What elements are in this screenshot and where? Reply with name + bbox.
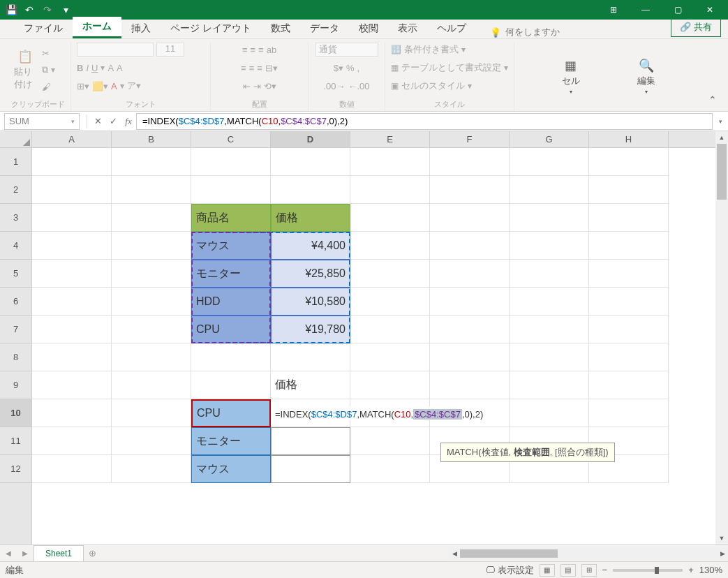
- ribbon-display-icon[interactable]: ⊞: [598, 0, 629, 20]
- zoom-level[interactable]: 130%: [699, 565, 722, 575]
- col-header-G[interactable]: G: [510, 131, 589, 147]
- col-header-H[interactable]: H: [589, 131, 669, 147]
- hscrollbar-thumb[interactable]: [460, 549, 558, 558]
- tell-me-search[interactable]: 💡何をしますか: [490, 26, 560, 38]
- vertical-scrollbar[interactable]: ▲ ▼: [715, 131, 728, 544]
- tab-home[interactable]: ホーム: [73, 17, 121, 38]
- format-as-table-button[interactable]: ▦ テーブルとして書式設定▾: [391, 60, 508, 75]
- page-layout-view-icon[interactable]: ▤: [560, 564, 576, 577]
- align-center-icon[interactable]: ≡: [249, 63, 255, 73]
- cell-C7[interactable]: CPU: [191, 316, 271, 343]
- scroll-left-icon[interactable]: ◀: [449, 548, 460, 559]
- tab-help[interactable]: ヘルプ: [427, 19, 476, 38]
- row-header-7[interactable]: 7: [0, 316, 31, 343]
- cell-C4[interactable]: マウス: [191, 232, 271, 260]
- font-shrink-button[interactable]: A: [117, 63, 123, 73]
- align-right-icon[interactable]: ≡: [257, 63, 262, 73]
- undo-icon[interactable]: ↶: [21, 1, 38, 18]
- col-header-B[interactable]: B: [112, 131, 191, 147]
- tab-pagelayout[interactable]: ページ レイアウト: [161, 19, 261, 38]
- row-header-10[interactable]: 10: [0, 399, 31, 427]
- currency-button[interactable]: $▾: [334, 63, 343, 73]
- add-sheet-button[interactable]: ⊕: [84, 548, 101, 558]
- close-icon[interactable]: ✕: [694, 0, 725, 20]
- row-header-9[interactable]: 9: [0, 371, 31, 399]
- horizontal-scrollbar[interactable]: ◀ ▶: [449, 548, 728, 559]
- redo-icon[interactable]: ↷: [39, 1, 56, 18]
- row-header-11[interactable]: 11: [0, 427, 31, 455]
- percent-button[interactable]: %: [346, 63, 355, 73]
- col-header-A[interactable]: A: [32, 131, 112, 147]
- cell-D10-editing[interactable]: =INDEX($C$4:$D$7,MATCH(C10,$C$4:$C$7,0),…: [271, 399, 350, 427]
- cell-C6[interactable]: HDD: [191, 288, 271, 316]
- cell-C5[interactable]: モニター: [191, 260, 271, 288]
- merge-button[interactable]: ⊟▾: [265, 63, 278, 73]
- page-break-view-icon[interactable]: ⊞: [581, 564, 597, 577]
- row-header-2[interactable]: 2: [0, 176, 31, 204]
- qat-customize-icon[interactable]: ▾: [57, 1, 74, 18]
- bold-button[interactable]: B: [77, 63, 83, 73]
- cut-button[interactable]: ✂: [42, 45, 55, 61]
- display-settings-button[interactable]: 🖵 表示設定: [486, 564, 534, 577]
- scroll-up-icon[interactable]: ▲: [715, 131, 728, 144]
- row-header-8[interactable]: 8: [0, 343, 31, 371]
- comma-button[interactable]: ,: [357, 63, 360, 73]
- name-box[interactable]: SUM: [4, 113, 80, 130]
- scrollbar-thumb[interactable]: [717, 144, 727, 200]
- indent-increase-icon[interactable]: ⇥: [253, 81, 261, 91]
- align-left-icon[interactable]: ≡: [241, 63, 246, 73]
- cell-C10[interactable]: CPU: [191, 399, 271, 427]
- font-grow-button[interactable]: A: [107, 63, 114, 73]
- cell-C3[interactable]: 商品名: [191, 204, 271, 232]
- decrease-decimal-button[interactable]: ←.00: [348, 81, 370, 91]
- font-size-dropdown[interactable]: 11: [156, 43, 184, 57]
- phonetic-button[interactable]: ア▾: [127, 80, 141, 92]
- row-header-3[interactable]: 3: [0, 204, 31, 232]
- zoom-out-button[interactable]: −: [602, 565, 608, 575]
- format-painter-button[interactable]: 🖌: [42, 79, 55, 94]
- cancel-formula-button[interactable]: ✕: [90, 114, 105, 129]
- scroll-down-icon[interactable]: ▼: [715, 532, 728, 544]
- wrap-text-button[interactable]: ab: [267, 45, 276, 55]
- col-header-C[interactable]: C: [191, 131, 271, 147]
- cells-area[interactable]: 商品名価格 マウス¥4,400 モニター¥25,850 HDD¥10,580 C…: [32, 148, 715, 483]
- normal-view-icon[interactable]: ▦: [540, 564, 555, 577]
- cell-D4[interactable]: ¥4,400: [271, 232, 350, 260]
- tab-file[interactable]: ファイル: [14, 19, 73, 38]
- col-header-E[interactable]: E: [350, 131, 430, 147]
- cell-styles-button[interactable]: ▣ セルのスタイル▾: [391, 78, 472, 94]
- cell-D9[interactable]: 価格: [271, 371, 350, 399]
- align-top-icon[interactable]: ≡: [242, 45, 248, 55]
- increase-decimal-button[interactable]: .00→: [323, 81, 345, 91]
- cell-D3[interactable]: 価格: [271, 204, 350, 232]
- tab-formulas[interactable]: 数式: [261, 19, 300, 38]
- save-icon[interactable]: 💾: [3, 1, 20, 18]
- number-format-dropdown[interactable]: 通貨: [315, 43, 378, 57]
- formula-input[interactable]: =INDEX($C$4:$D$7,MATCH(C10,$C$4:$C$7,0),…: [136, 113, 713, 130]
- cell-D6[interactable]: ¥10,580: [271, 288, 350, 316]
- border-button[interactable]: ⊞▾: [77, 81, 89, 91]
- minimize-icon[interactable]: —: [630, 0, 661, 20]
- sheet-nav-next[interactable]: ▶: [17, 545, 34, 562]
- sheet-nav-prev[interactable]: ◀: [0, 545, 17, 562]
- cell-D7[interactable]: ¥19,780: [271, 316, 350, 343]
- cell-C11[interactable]: モニター: [191, 427, 271, 455]
- tab-insert[interactable]: 挿入: [121, 19, 161, 38]
- zoom-in-button[interactable]: +: [688, 565, 694, 575]
- align-bottom-icon[interactable]: ≡: [258, 45, 264, 55]
- orientation-button[interactable]: ⟲▾: [264, 81, 276, 91]
- cell-D5[interactable]: ¥25,850: [271, 260, 350, 288]
- collapse-ribbon-button[interactable]: ⌃: [703, 89, 722, 111]
- sheet-tab-1[interactable]: Sheet1: [34, 545, 84, 561]
- font-color-button[interactable]: A: [111, 81, 117, 91]
- cell-C12[interactable]: マウス: [191, 455, 271, 483]
- maximize-icon[interactable]: ▢: [662, 0, 693, 20]
- enter-formula-button[interactable]: ✓: [105, 114, 121, 129]
- col-header-F[interactable]: F: [430, 131, 510, 147]
- insert-function-button[interactable]: fx: [121, 114, 136, 129]
- expand-formula-bar-button[interactable]: ▾: [713, 114, 728, 129]
- row-header-4[interactable]: 4: [0, 232, 31, 260]
- row-header-12[interactable]: 12: [0, 455, 31, 483]
- tab-review[interactable]: 校閲: [349, 19, 388, 38]
- italic-button[interactable]: I: [86, 63, 89, 73]
